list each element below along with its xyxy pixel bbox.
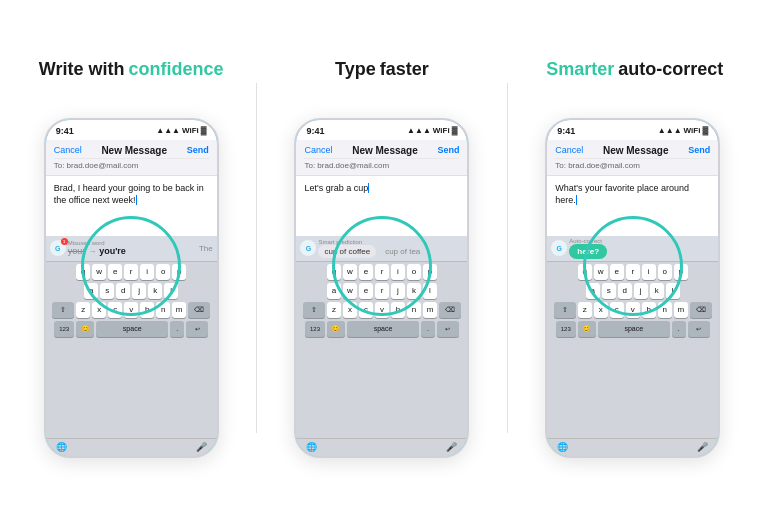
key-b-2[interactable]: b (391, 302, 405, 318)
key-e-1[interactable]: e (108, 264, 122, 280)
autocorrect-word-3[interactable]: here? (569, 244, 607, 259)
key-r-3[interactable]: r (626, 264, 640, 280)
key-b-3[interactable]: b (642, 302, 656, 318)
key-i-3[interactable]: i (642, 264, 656, 280)
key-l-3[interactable]: l (666, 283, 680, 299)
key-i-2[interactable]: i (391, 264, 405, 280)
key-m-2[interactable]: m (423, 302, 437, 318)
key-z-2[interactable]: z (327, 302, 341, 318)
key-v-3[interactable]: v (626, 302, 640, 318)
key-r-2b[interactable]: r (375, 283, 389, 299)
key-m-3[interactable]: m (674, 302, 688, 318)
globe-icon-3[interactable]: 🌐 (557, 442, 568, 452)
key-c-2[interactable]: c (359, 302, 373, 318)
key-n-3[interactable]: n (658, 302, 672, 318)
mic-icon-2[interactable]: 🎤 (446, 442, 457, 452)
wifi-icon-1: WiFi (182, 126, 199, 135)
key-backspace-3[interactable]: ⌫ (690, 302, 712, 318)
key-p-2[interactable]: p (423, 264, 437, 280)
key-b-1[interactable]: b (140, 302, 154, 318)
key-n-1[interactable]: n (156, 302, 170, 318)
key-e-3[interactable]: e (610, 264, 624, 280)
key-a-1[interactable]: a (84, 283, 98, 299)
key-shift-3[interactable]: ⇧ (554, 302, 576, 318)
key-return-2[interactable]: ↩ (437, 321, 459, 337)
key-s-3[interactable]: s (602, 283, 616, 299)
key-q-1[interactable]: q (76, 264, 90, 280)
key-space-3[interactable]: space (598, 321, 670, 337)
key-o-3[interactable]: o (658, 264, 672, 280)
key-w-2[interactable]: w (343, 264, 357, 280)
key-v-2[interactable]: v (375, 302, 389, 318)
key-shift-2[interactable]: ⇧ (303, 302, 325, 318)
key-period-2[interactable]: . (421, 321, 435, 337)
keyboard-section-1: G 1 Misused word your → you're The (46, 236, 217, 456)
prediction-main-2[interactable]: cup of coffee (318, 245, 376, 258)
key-shift-1[interactable]: ⇧ (52, 302, 74, 318)
key-z-1[interactable]: z (76, 302, 90, 318)
key-o-1[interactable]: o (156, 264, 170, 280)
key-k-2[interactable]: k (407, 283, 421, 299)
key-j-1[interactable]: j (132, 283, 146, 299)
key-r-2[interactable]: r (375, 264, 389, 280)
key-x-3[interactable]: x (594, 302, 608, 318)
mail-cancel-2[interactable]: Cancel (304, 145, 332, 155)
key-d-3[interactable]: d (618, 283, 632, 299)
key-e-2[interactable]: e (359, 264, 373, 280)
key-emoji-3[interactable]: 😊 (578, 321, 596, 337)
mic-icon-1[interactable]: 🎤 (196, 442, 207, 452)
key-k-1[interactable]: k (148, 283, 162, 299)
key-v-1[interactable]: v (124, 302, 138, 318)
mail-cancel-1[interactable]: Cancel (54, 145, 82, 155)
key-k-3[interactable]: k (650, 283, 664, 299)
key-w-1[interactable]: w (92, 264, 106, 280)
key-emoji-1[interactable]: 😊 (76, 321, 94, 337)
key-backspace-1[interactable]: ⌫ (188, 302, 210, 318)
key-n-2[interactable]: n (407, 302, 421, 318)
key-w-3[interactable]: w (594, 264, 608, 280)
key-p-1[interactable]: p (172, 264, 186, 280)
key-c-3[interactable]: c (610, 302, 624, 318)
key-i-1[interactable]: i (140, 264, 154, 280)
key-m-1[interactable]: m (172, 302, 186, 318)
key-a-2[interactable]: a (327, 283, 341, 299)
key-return-1[interactable]: ↩ (186, 321, 208, 337)
key-period-3[interactable]: . (672, 321, 686, 337)
key-q-2[interactable]: q (327, 264, 341, 280)
key-numbers-2[interactable]: 123 (305, 321, 325, 337)
key-r-1[interactable]: r (124, 264, 138, 280)
key-space-1[interactable]: space (96, 321, 168, 337)
mail-send-3[interactable]: Send (688, 145, 710, 155)
key-o-2[interactable]: o (407, 264, 421, 280)
globe-icon-1[interactable]: 🌐 (56, 442, 67, 452)
key-q-3[interactable]: q (578, 264, 592, 280)
key-numbers-3[interactable]: 123 (556, 321, 576, 337)
key-x-2[interactable]: x (343, 302, 357, 318)
key-a-3[interactable]: a (586, 283, 600, 299)
key-emoji-2[interactable]: 😊 (327, 321, 345, 337)
key-numbers-1[interactable]: 123 (54, 321, 74, 337)
mail-send-2[interactable]: Send (437, 145, 459, 155)
key-return-3[interactable]: ↩ (688, 321, 710, 337)
globe-icon-2[interactable]: 🌐 (306, 442, 317, 452)
mic-icon-3[interactable]: 🎤 (697, 442, 708, 452)
key-e-2b[interactable]: e (359, 283, 373, 299)
key-p-3[interactable]: p (674, 264, 688, 280)
prediction-alt-2[interactable]: cup of tea (379, 245, 426, 258)
key-j-3[interactable]: j (634, 283, 648, 299)
key-z-3[interactable]: z (578, 302, 592, 318)
key-s-1[interactable]: s (100, 283, 114, 299)
key-w-2b[interactable]: w (343, 283, 357, 299)
key-backspace-2[interactable]: ⌫ (439, 302, 461, 318)
key-d-1[interactable]: d (116, 283, 130, 299)
key-period-1[interactable]: . (170, 321, 184, 337)
mail-header-3: Cancel New Message Send To: brad.doe@mai… (547, 140, 718, 176)
key-c-1[interactable]: c (108, 302, 122, 318)
key-x-1[interactable]: x (92, 302, 106, 318)
mail-cancel-3[interactable]: Cancel (555, 145, 583, 155)
key-l-1[interactable]: l (164, 283, 178, 299)
key-l-2[interactable]: l (423, 283, 437, 299)
key-j-2[interactable]: j (391, 283, 405, 299)
key-space-2[interactable]: space (347, 321, 419, 337)
mail-send-1[interactable]: Send (187, 145, 209, 155)
